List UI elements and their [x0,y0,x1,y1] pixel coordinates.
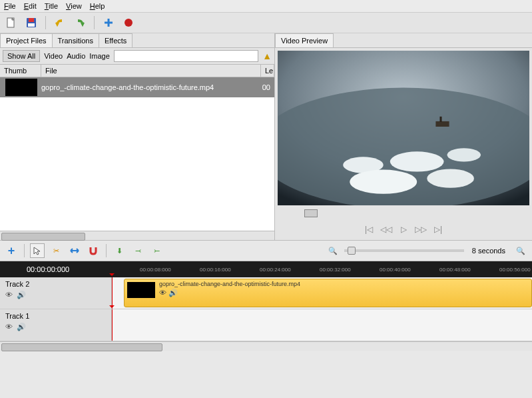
filter-image[interactable]: Image [89,52,110,60]
menu-view[interactable]: View [66,2,82,10]
step-back-icon[interactable]: ◁◁ [380,224,393,235]
track-2: Track 2 👁 🔊 gopro_-climate-change-and-th… [0,277,532,309]
file-thumbnail [5,79,37,96]
eye-icon[interactable]: 👁 [5,323,13,331]
speaker-icon: 🔊 [168,289,178,297]
track-2-body[interactable]: gopro_-climate-change-and-the-optimistic… [112,277,532,309]
snap-tool-icon[interactable] [86,243,101,258]
marker-prev-icon[interactable]: ⤙ [131,243,145,258]
add-file-icon[interactable]: ▲ [262,51,272,61]
clip-name-label: gopro_-climate-change-and-the-optimistic… [159,281,300,287]
save-icon[interactable] [24,15,39,30]
menu-bar: FFileile Edit Title View Help [0,0,532,13]
resize-tool-icon[interactable] [67,243,82,258]
file-name-label: gopro_-climate-change-and-the-optimistic… [41,83,260,91]
track-2-header[interactable]: Track 2 👁 🔊 [0,277,112,309]
skip-start-icon[interactable]: |◁ [362,224,376,235]
track-1-label: Track 1 [5,312,106,320]
tracks-area: Track 2 👁 🔊 gopro_-climate-change-and-th… [0,277,532,341]
file-row[interactable]: gopro_-climate-change-and-the-optimistic… [0,77,274,97]
ruler-tick: 00:00:08:000 [140,267,171,273]
menu-title[interactable]: Title [45,2,58,10]
preview-seek-slider[interactable] [278,208,529,219]
svg-point-10 [350,170,417,194]
svg-rect-12 [435,121,449,127]
track-1: Track 1 👁 🔊 [0,309,532,341]
menu-edit[interactable]: Edit [24,2,37,10]
playhead[interactable] [112,309,113,341]
eye-icon[interactable]: 👁 [5,291,13,299]
current-time-label: 00:00:00:000 [27,265,69,273]
svg-point-8 [390,151,444,171]
playhead[interactable] [112,277,113,309]
main-toolbar [0,13,532,33]
tab-transitions[interactable]: Transitions [52,33,99,47]
zoom-label: 8 seconds [472,247,505,255]
eye-icon: 👁 [159,289,166,297]
svg-rect-2 [29,18,34,22]
track-2-label: Track 2 [5,280,106,288]
add-icon[interactable] [101,15,116,30]
skip-end-icon[interactable]: ▷| [431,224,445,235]
new-file-icon[interactable] [4,15,19,30]
pointer-tool-icon[interactable] [30,243,45,258]
col-thumb[interactable]: Thumb [0,65,41,77]
ruler-tick: 00:00:16:000 [200,267,231,273]
menu-help[interactable]: Help [90,2,105,10]
preview-panel: Video Preview [275,33,532,240]
tab-effects[interactable]: Effects [99,33,133,47]
speaker-icon[interactable]: 🔊 [17,291,26,299]
step-forward-icon[interactable]: ▷▷ [414,224,427,235]
tab-video-preview[interactable]: Video Preview [275,33,334,47]
track-1-header[interactable]: Track 1 👁 🔊 [0,309,112,341]
redo-icon[interactable] [73,15,87,30]
timeline-ruler[interactable]: 00:00:00:000 00:00:08:000 00:00:16:000 0… [0,261,532,277]
menu-file[interactable]: FFileile [4,2,16,10]
track-1-body[interactable] [112,309,532,341]
speaker-icon[interactable]: 🔊 [17,323,26,331]
record-icon[interactable] [121,15,136,30]
svg-point-4 [125,19,133,27]
zoom-slider[interactable] [344,249,464,252]
add-track-icon[interactable]: + [4,243,19,258]
zoom-out-icon[interactable]: 🔍 [326,243,340,258]
ruler-tick: 00:00:40:000 [380,267,411,273]
filter-audio[interactable]: Audio [67,52,85,60]
tab-project-files[interactable]: Project Files [0,33,53,47]
video-preview-canvas [278,51,529,205]
filter-search-input[interactable] [114,50,258,62]
timeline-toolbar: + ✂ ⬇ ⤙ ⤚ 🔍 8 seconds 🔍 [0,240,532,261]
col-length[interactable]: Le [261,65,274,77]
marker-add-icon[interactable]: ⬇ [112,243,127,258]
zoom-in-icon[interactable]: 🔍 [513,243,528,258]
svg-point-9 [447,148,481,161]
svg-point-11 [427,169,474,188]
ruler-tick: 00:00:56:000 [499,267,531,273]
file-length-label: 00 [260,83,273,91]
clip-thumbnail [127,282,155,298]
project-scrollbar[interactable] [0,231,274,240]
filter-show-all[interactable]: Show All [3,50,40,62]
play-icon[interactable]: ▷ [397,224,410,235]
svg-rect-13 [439,117,441,122]
marker-next-icon[interactable]: ⤚ [149,243,164,258]
timeline-scrollbar[interactable] [0,341,532,351]
col-file[interactable]: File [41,65,261,77]
undo-icon[interactable] [53,15,67,30]
filter-video[interactable]: Video [44,52,63,60]
ruler-tick: 00:00:32:000 [320,267,351,273]
ruler-tick: 00:00:24:000 [260,267,291,273]
svg-rect-3 [28,23,35,27]
ruler-tick: 00:00:48:000 [439,267,471,273]
cut-tool-icon[interactable]: ✂ [49,243,63,258]
project-panel: Project Files Transitions Effects Show A… [0,33,275,240]
video-clip[interactable]: gopro_-climate-change-and-the-optimistic… [124,279,532,307]
file-list: gopro_-climate-change-and-the-optimistic… [0,77,274,231]
playback-controls: |◁ ◁◁ ▷ ▷▷ ▷| [278,221,529,237]
